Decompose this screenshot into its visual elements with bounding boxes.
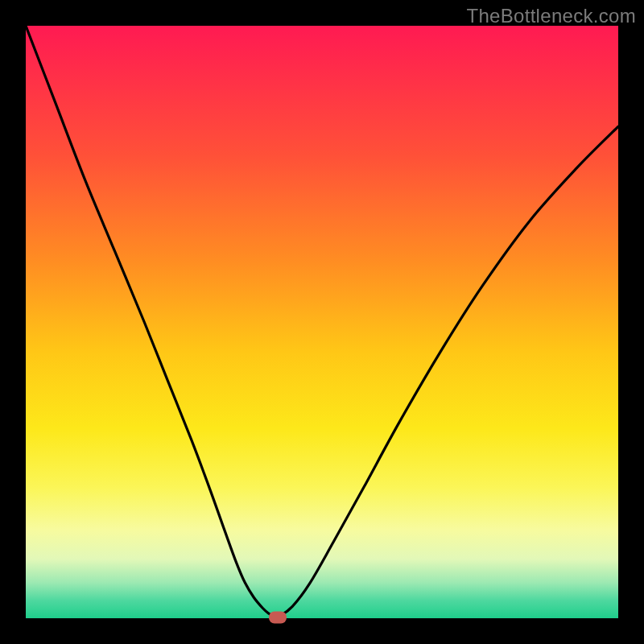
curve-layer	[26, 26, 618, 618]
chart-frame: TheBottleneck.com	[0, 0, 644, 644]
bottleneck-curve	[26, 26, 618, 618]
watermark-text: TheBottleneck.com	[466, 5, 636, 27]
plot-area	[26, 26, 618, 618]
minimum-marker	[269, 611, 287, 623]
